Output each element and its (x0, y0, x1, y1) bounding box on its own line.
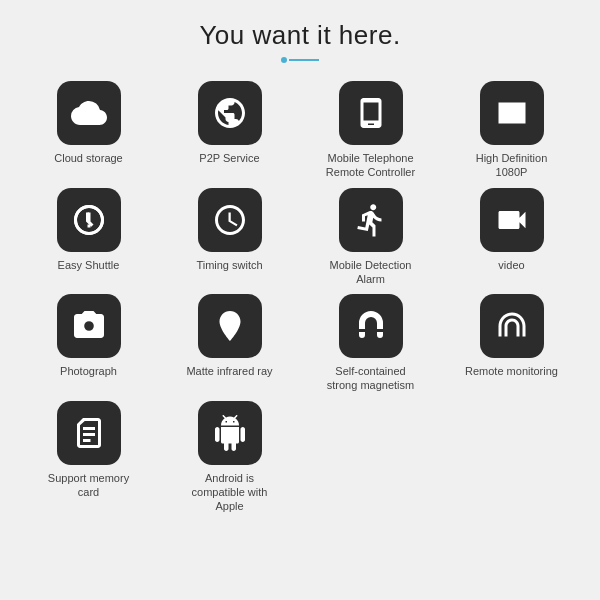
feature-mobile-telephone: Mobile Telephone Remote Controller (302, 81, 439, 180)
matte-infrared-label: Matte infrared ray (186, 364, 272, 378)
feature-cloud-storage: Cloud storage (20, 81, 157, 180)
mobile-detection-icon (339, 188, 403, 252)
accent-line (289, 59, 319, 61)
svg-text:HD: HD (500, 107, 520, 122)
feature-remote-monitoring: Remote monitoring (443, 294, 580, 393)
accent-dot (281, 57, 287, 63)
timing-switch-label: Timing switch (196, 258, 262, 272)
android-apple-label: Android is compatible with Apple (180, 471, 280, 514)
feature-android-apple: Android is compatible with Apple (161, 401, 298, 514)
mobile-telephone-icon (339, 81, 403, 145)
cloud-storage-label: Cloud storage (54, 151, 123, 165)
photograph-icon (57, 294, 121, 358)
feature-hd-1080p: HD High Definition 1080P (443, 81, 580, 180)
photograph-label: Photograph (60, 364, 117, 378)
video-icon (480, 188, 544, 252)
video-label: video (498, 258, 524, 272)
easy-shuttle-icon (57, 188, 121, 252)
memory-card-label: Support memory card (39, 471, 139, 500)
remote-monitoring-label: Remote monitoring (465, 364, 558, 378)
android-apple-icon (198, 401, 262, 465)
feature-memory-card: Support memory card (20, 401, 157, 514)
cloud-storage-icon (57, 81, 121, 145)
feature-easy-shuttle: Easy Shuttle (20, 188, 157, 287)
feature-matte-infrared: Matte infrared ray (161, 294, 298, 393)
title-underline (281, 57, 319, 63)
strong-magnetism-icon (339, 294, 403, 358)
hd-1080p-label: High Definition 1080P (462, 151, 562, 180)
matte-infrared-icon (198, 294, 262, 358)
p2p-service-label: P2P Service (199, 151, 259, 165)
page: You want it here. Cloud storage P2P Serv… (0, 0, 600, 600)
features-grid: Cloud storage P2P Service Mobile Telepho… (10, 81, 590, 514)
feature-p2p-service: P2P Service (161, 81, 298, 180)
timing-switch-icon (198, 188, 262, 252)
easy-shuttle-label: Easy Shuttle (58, 258, 120, 272)
feature-timing-switch: Timing switch (161, 188, 298, 287)
page-title: You want it here. (199, 20, 400, 51)
remote-monitoring-icon (480, 294, 544, 358)
mobile-detection-label: Mobile Detection Alarm (321, 258, 421, 287)
feature-strong-magnetism: Self-contained strong magnetism (302, 294, 439, 393)
feature-photograph: Photograph (20, 294, 157, 393)
feature-video: video (443, 188, 580, 287)
mobile-telephone-label: Mobile Telephone Remote Controller (321, 151, 421, 180)
feature-mobile-detection: Mobile Detection Alarm (302, 188, 439, 287)
strong-magnetism-label: Self-contained strong magnetism (321, 364, 421, 393)
hd-icon: HD (480, 81, 544, 145)
p2p-service-icon (198, 81, 262, 145)
memory-card-icon (57, 401, 121, 465)
